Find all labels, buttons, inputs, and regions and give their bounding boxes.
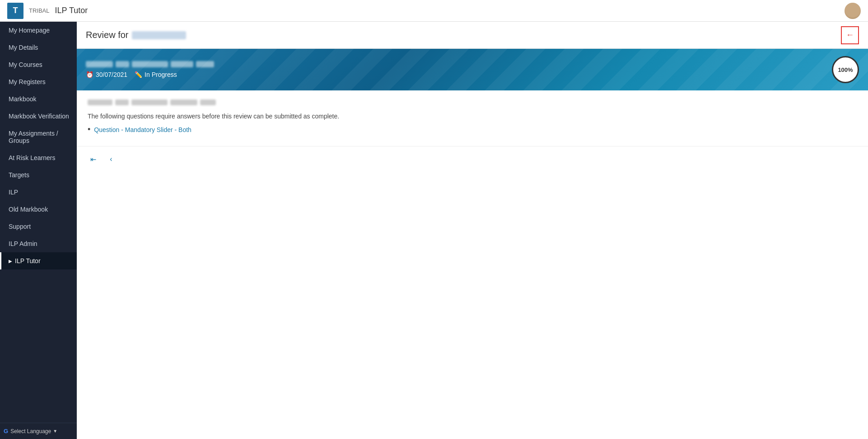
card-blur-4 (170, 99, 197, 105)
sidebar-item-ilp-tutor[interactable]: ▶ ILP Tutor (0, 252, 77, 269)
banner-left: ⏰ 30/07/2021 ✏️ In Progress (86, 61, 214, 78)
user-avatar[interactable] (845, 3, 861, 19)
content-card: The following questions require answers … (77, 90, 868, 439)
first-page-button[interactable]: ⇤ (86, 152, 100, 166)
clock-icon: ⏰ (86, 71, 93, 78)
active-arrow-icon: ▶ (9, 259, 12, 264)
sidebar-item-markbook[interactable]: Markbook (0, 90, 77, 108)
sidebar-item-label: My Registers (9, 78, 46, 85)
banner-status: ✏️ In Progress (135, 71, 177, 78)
progress-value: 100% (838, 66, 853, 73)
sidebar-item-ilp[interactable]: ILP (0, 184, 77, 201)
card-blur-3 (131, 99, 168, 105)
sidebar-item-markbook-verification[interactable]: Markbook Verification (0, 108, 77, 125)
sidebar-item-support[interactable]: Support (0, 218, 77, 235)
prev-page-icon: ‹ (110, 155, 112, 163)
sidebar-item-label: Markbook (9, 95, 36, 103)
avatar-image (845, 3, 861, 19)
main-layout: My Homepage My Details My Courses My Reg… (0, 22, 868, 439)
banner-blur-5 (196, 61, 214, 67)
banner-meta: ⏰ 30/07/2021 ✏️ In Progress (86, 71, 214, 78)
sidebar-item-label: My Homepage (9, 27, 50, 34)
pagination-bar: ⇤ ‹ (77, 146, 868, 172)
card-inner: The following questions require answers … (77, 90, 868, 146)
sidebar-item-at-risk-learners[interactable]: At Risk Learners (0, 149, 77, 166)
bullet-dot: • (88, 125, 90, 133)
sidebar-item-label: ILP Tutor (15, 257, 41, 264)
progress-circle: 100% (832, 56, 859, 83)
back-arrow-icon: ← (846, 30, 854, 40)
card-blurred-row (88, 99, 857, 105)
sidebar-item-old-markbook[interactable]: Old Markbook (0, 201, 77, 218)
app-title: ILP Tutor (55, 6, 88, 15)
content-area: Review for ← ⏰ (77, 22, 868, 439)
sidebar-item-my-courses[interactable]: My Courses (0, 56, 77, 73)
sidebar-item-label: My Assignments / Groups (9, 130, 70, 144)
review-header: Review for ← (77, 22, 868, 49)
banner-blur-1 (86, 61, 113, 67)
banner-blurred-title (86, 61, 214, 67)
sidebar-item-label: Targets (9, 171, 29, 179)
banner-blur-4 (171, 61, 193, 67)
banner-blur-3 (132, 61, 168, 67)
sidebar-item-label: Old Markbook (9, 206, 48, 213)
banner-status-text: In Progress (145, 71, 177, 78)
instruction-text: The following questions require answers … (88, 113, 857, 120)
sidebar-item-my-homepage[interactable]: My Homepage (0, 22, 77, 39)
sidebar-item-ilp-admin[interactable]: ILP Admin (0, 235, 77, 252)
select-language-button[interactable]: G Select Language ▼ (4, 428, 73, 434)
sidebar: My Homepage My Details My Courses My Reg… (0, 22, 77, 439)
sidebar-item-label: My Details (9, 44, 38, 51)
brand-name: TRIBAL (29, 7, 50, 14)
google-g-icon: G (4, 428, 8, 434)
banner-date: ⏰ 30/07/2021 (86, 71, 127, 78)
sidebar-item-my-details[interactable]: My Details (0, 39, 77, 56)
card-blur-5 (200, 99, 216, 105)
tribal-logo: T (7, 3, 23, 19)
sidebar-item-my-registers[interactable]: My Registers (0, 73, 77, 90)
sidebar-item-my-assignments-groups[interactable]: My Assignments / Groups (0, 125, 77, 149)
card-blur-1 (88, 99, 112, 105)
sidebar-footer: G Select Language ▼ (0, 423, 77, 439)
review-title: Review for (86, 30, 186, 40)
sidebar-item-label: Markbook Verification (9, 113, 69, 120)
pencil-icon: ✏️ (135, 71, 142, 78)
top-header: T TRIBAL ILP Tutor (0, 0, 868, 22)
banner-blur-2 (116, 61, 129, 67)
first-page-icon: ⇤ (90, 155, 96, 164)
review-title-blurred-name (132, 31, 186, 39)
sidebar-item-label: At Risk Learners (9, 154, 55, 161)
back-button[interactable]: ← (841, 26, 859, 44)
blue-banner: ⏰ 30/07/2021 ✏️ In Progress 100% (77, 49, 868, 90)
sidebar-item-label: ILP Admin (9, 240, 37, 247)
review-title-prefix: Review for (86, 30, 128, 40)
card-blur-2 (115, 99, 129, 105)
language-label: Select Language (10, 428, 51, 434)
sidebar-item-label: Support (9, 223, 31, 230)
sidebar-nav: My Homepage My Details My Courses My Reg… (0, 22, 77, 423)
banner-date-text: 30/07/2021 (96, 71, 127, 78)
question-list-item: • Question - Mandatory Slider - Both (88, 126, 857, 133)
prev-page-button[interactable]: ‹ (104, 152, 118, 166)
sidebar-item-label: ILP (9, 189, 18, 196)
question-link[interactable]: Question - Mandatory Slider - Both (94, 126, 191, 133)
sidebar-item-targets[interactable]: Targets (0, 166, 77, 184)
language-caret-icon: ▼ (53, 429, 57, 434)
sidebar-item-label: My Courses (9, 61, 42, 68)
